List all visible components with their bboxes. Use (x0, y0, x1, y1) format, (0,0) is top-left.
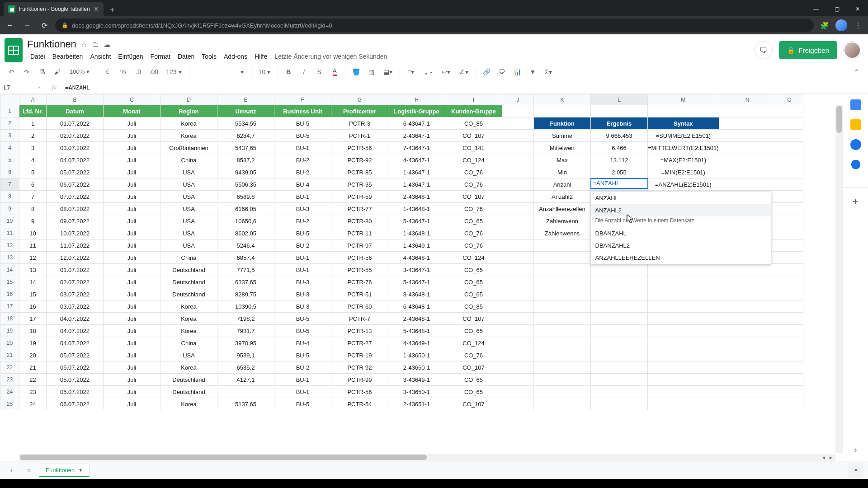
add-sheet-button[interactable]: + (5, 463, 19, 478)
cell-K8[interactable]: Anzahl2 (534, 191, 591, 203)
cell-A14[interactable]: 13 (19, 264, 47, 276)
cell-B21[interactable]: 05.07.2022 (47, 349, 104, 361)
autocomplete-item[interactable]: ANZAHLLEEREZELLEN (591, 252, 771, 264)
cell-K4[interactable]: Mittelwert (534, 142, 591, 154)
cell-C21[interactable]: Juli (104, 349, 160, 361)
cell-E25[interactable]: 5137,65 (217, 398, 274, 410)
cell-C13[interactable]: Juli (104, 252, 160, 264)
cell-O10[interactable] (776, 215, 803, 227)
cell-L3[interactable]: 9.666.453 (591, 130, 648, 142)
cell-L1[interactable] (591, 105, 648, 117)
cell-J19[interactable] (502, 325, 534, 337)
cell-E20[interactable]: 3970,95 (217, 337, 274, 349)
cell-N24[interactable] (719, 386, 776, 398)
chart-button[interactable]: 📊 (510, 65, 524, 79)
cell-F13[interactable]: BU-1 (274, 252, 331, 264)
cell-H1[interactable]: Logistik-Gruppe (388, 105, 445, 117)
cell-G10[interactable]: PCTR-80 (331, 215, 388, 227)
row-header-23[interactable]: 23 (0, 374, 19, 386)
cell-A4[interactable]: 3 (19, 142, 47, 154)
cell-C18[interactable]: Juli (104, 313, 160, 325)
cell-K23[interactable] (534, 374, 591, 386)
reload-button[interactable]: ⟳ (38, 19, 51, 32)
cell-E21[interactable]: 9539,1 (217, 349, 274, 361)
row-header-15[interactable]: 15 (0, 276, 19, 288)
cell-D11[interactable]: USA (160, 227, 217, 239)
cell-N2[interactable] (719, 117, 776, 130)
cell-A13[interactable]: 12 (19, 252, 47, 264)
cell-K25[interactable] (534, 398, 591, 410)
wrap-button[interactable]: ↩▾ (438, 65, 454, 79)
cell-I21[interactable]: CO_76 (445, 349, 502, 361)
cell-M21[interactable] (648, 349, 719, 361)
cell-F4[interactable]: BU-1 (274, 142, 331, 154)
column-header-K[interactable]: K (534, 94, 591, 105)
cell-D17[interactable]: Korea (160, 300, 217, 313)
row-header-20[interactable]: 20 (0, 337, 19, 349)
cell-J9[interactable] (502, 203, 534, 215)
cell-E8[interactable]: 6589,8 (217, 191, 274, 203)
cell-B6[interactable]: 05.07.2022 (47, 166, 104, 178)
cell-G14[interactable]: PCTR-55 (331, 264, 388, 276)
cell-M19[interactable] (648, 325, 719, 337)
cell-F14[interactable]: BU-1 (274, 264, 331, 276)
column-header-N[interactable]: N (719, 94, 776, 105)
cell-J13[interactable] (502, 252, 534, 264)
cell-C11[interactable]: Juli (104, 227, 160, 239)
cell-L15[interactable] (591, 276, 648, 288)
cell-N21[interactable] (719, 349, 776, 361)
cell-E3[interactable]: 6284,7 (217, 130, 274, 142)
cell-M3[interactable]: =SUMME(E2:E1501) (648, 130, 719, 142)
cell-E4[interactable]: 5437,65 (217, 142, 274, 154)
cell-I11[interactable]: CO_76 (445, 227, 502, 239)
more-formats-button[interactable]: 123▾ (162, 65, 185, 79)
row-header-18[interactable]: 18 (0, 313, 19, 325)
cell-F7[interactable]: BU-4 (274, 178, 331, 191)
cell-K24[interactable] (534, 386, 591, 398)
menu-daten[interactable]: Daten (175, 51, 198, 62)
cell-E14[interactable]: 7771,5 (217, 264, 274, 276)
cell-F18[interactable]: BU-5 (274, 313, 331, 325)
browser-menu-button[interactable]: ⋮ (852, 19, 864, 32)
link-button[interactable]: 🔗 (480, 65, 493, 79)
cell-K7[interactable]: Anzahl (534, 178, 591, 191)
cell-L4[interactable]: 6.466 (591, 142, 648, 154)
keep-icon[interactable] (850, 119, 861, 130)
cell-E9[interactable]: 6166,05 (217, 203, 274, 215)
cell-N6[interactable] (719, 166, 776, 178)
cell-M7[interactable]: =ANZAHL(E2:E1501) (648, 178, 719, 191)
cell-C1[interactable]: Monat (104, 105, 160, 117)
cell-O24[interactable] (776, 386, 803, 398)
cell-M22[interactable] (648, 361, 719, 374)
cell-D7[interactable]: USA (160, 178, 217, 191)
cell-M24[interactable] (648, 386, 719, 398)
cell-F16[interactable]: BU-3 (274, 288, 331, 300)
cell-O12[interactable] (776, 239, 803, 252)
cell-L2[interactable]: Ergebnis (591, 117, 648, 130)
cell-E19[interactable]: 7931,7 (217, 325, 274, 337)
cell-C25[interactable]: Juli (104, 398, 160, 410)
cell-O19[interactable] (776, 325, 803, 337)
cell-N3[interactable] (719, 130, 776, 142)
cell-G5[interactable]: PCTR-92 (331, 154, 388, 166)
cell-N20[interactable] (719, 337, 776, 349)
spreadsheet-grid[interactable]: ABCDEFGHIJKLMNO1Lfd. Nr.DatumMonatRegion… (0, 94, 843, 461)
cell-I3[interactable]: CO_107 (445, 130, 502, 142)
cell-C16[interactable]: Juli (104, 288, 160, 300)
cell-B23[interactable]: 05.07.2022 (47, 374, 104, 386)
paint-format-button[interactable]: 🖌 (51, 65, 64, 79)
cell-C19[interactable]: Juli (104, 325, 160, 337)
redo-button[interactable]: ↷ (20, 65, 33, 79)
cell-H5[interactable]: 4-43647-1 (388, 154, 445, 166)
cell-N7[interactable] (719, 178, 776, 191)
cell-N16[interactable] (719, 288, 776, 300)
cell-I12[interactable]: CO_76 (445, 239, 502, 252)
cell-F22[interactable]: BU-2 (274, 361, 331, 374)
cell-K2[interactable]: Funktion (534, 117, 591, 130)
cell-D5[interactable]: China (160, 154, 217, 166)
cell-A17[interactable]: 16 (19, 300, 47, 313)
cell-D12[interactable]: USA (160, 239, 217, 252)
cell-D3[interactable]: Korea (160, 130, 217, 142)
calendar-icon[interactable] (850, 99, 861, 110)
row-header-17[interactable]: 17 (0, 300, 19, 313)
